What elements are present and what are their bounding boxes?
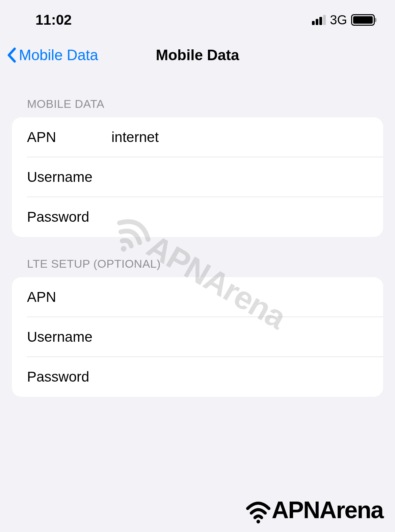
section-mobile-data: MOBILE DATA APN Username Password <box>12 97 383 237</box>
back-button[interactable]: Mobile Data <box>7 47 98 64</box>
row-label: Username <box>27 329 111 345</box>
watermark-text: APNArena <box>272 497 383 524</box>
row-username[interactable]: Username <box>12 317 383 357</box>
section-group: APN Username Password <box>12 117 383 237</box>
username-input[interactable] <box>111 329 368 345</box>
signal-icon <box>312 15 326 25</box>
password-input[interactable] <box>111 369 368 385</box>
row-label: APN <box>27 129 111 145</box>
row-label: Username <box>27 169 111 185</box>
row-apn[interactable]: APN <box>12 277 383 317</box>
wifi-icon <box>243 495 273 525</box>
svg-point-1 <box>256 520 260 524</box>
section-header: LTE SETUP (OPTIONAL) <box>12 257 383 270</box>
status-bar: 11:02 3G <box>0 0 395 40</box>
row-label: Password <box>27 369 111 385</box>
row-label: APN <box>27 289 111 305</box>
section-header: MOBILE DATA <box>12 97 383 111</box>
nav-bar: Mobile Data Mobile Data <box>0 40 395 77</box>
apn-input[interactable] <box>111 129 368 145</box>
status-indicators: 3G <box>312 13 375 27</box>
svg-point-0 <box>120 245 128 253</box>
section-lte-setup: LTE SETUP (OPTIONAL) APN Username Passwo… <box>12 257 383 397</box>
battery-icon <box>351 14 375 26</box>
back-label: Mobile Data <box>19 47 98 64</box>
apn-input[interactable] <box>111 289 368 305</box>
section-group: APN Username Password <box>12 277 383 397</box>
row-label: Password <box>27 209 111 225</box>
password-input[interactable] <box>111 209 368 225</box>
watermark-footer: APNArena <box>243 495 383 525</box>
row-password[interactable]: Password <box>12 197 383 237</box>
row-password[interactable]: Password <box>12 357 383 397</box>
network-type: 3G <box>330 13 347 27</box>
row-username[interactable]: Username <box>12 157 383 197</box>
status-time: 11:02 <box>35 12 72 28</box>
row-apn[interactable]: APN <box>12 117 383 157</box>
chevron-left-icon <box>7 47 16 63</box>
username-input[interactable] <box>111 169 368 185</box>
